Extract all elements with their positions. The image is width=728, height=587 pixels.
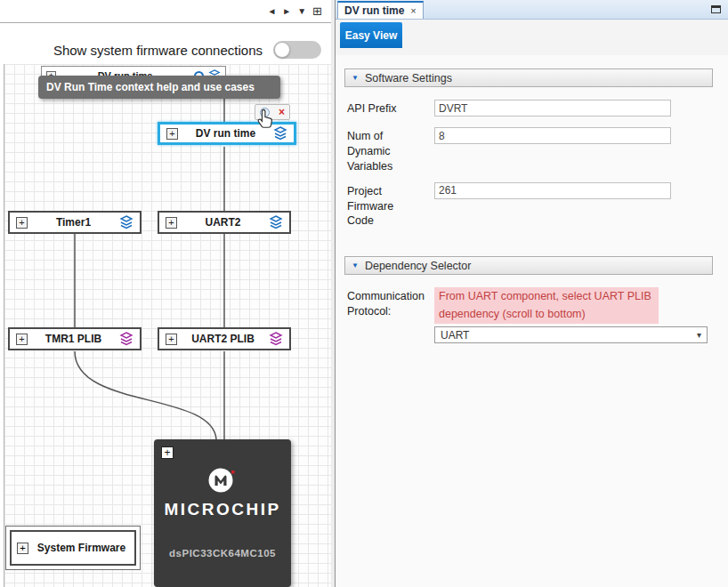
tab-easy-view[interactable]: Easy View <box>340 22 402 48</box>
field-label: Communication Protocol: <box>347 287 434 319</box>
node-label: UART2 <box>182 216 263 229</box>
api-prefix-input[interactable] <box>434 100 671 117</box>
node-tmr1-plib[interactable]: + TMR1 PLIB <box>8 327 142 350</box>
tab-close-icon[interactable]: × <box>410 6 416 16</box>
expand-icon[interactable]: + <box>166 128 178 140</box>
node-label: Timer1 <box>33 216 114 229</box>
node-system-firmware[interactable]: + System Firmware <box>5 526 141 570</box>
show-connections-toggle[interactable] <box>273 41 321 59</box>
section-title: Dependency Selector <box>365 260 472 272</box>
node-uart2-plib[interactable]: + UART2 PLIB <box>158 327 291 350</box>
node-dv-run-time[interactable]: + DV run time <box>158 122 296 145</box>
layers-icon <box>273 126 287 141</box>
collapse-icon: ▼ <box>352 75 359 82</box>
resource-canvas-pane: ◄ ► ▼ ⊞ Show system firmware connections <box>0 0 331 587</box>
section-title: Software Settings <box>365 72 452 84</box>
field-project-firmware-code: Project Firmware Code <box>347 182 713 229</box>
mcc-window: ◄ ► ▼ ⊞ Show system firmware connections <box>0 0 728 587</box>
configuration-panel: DV run time × Easy View ▼ Software Setti… <box>336 0 728 587</box>
field-num-dynamic-variables: Num of Dynamic Variables <box>347 127 713 174</box>
collapse-icon: ▼ <box>352 262 359 269</box>
panel-tab-bar: DV run time × <box>336 0 728 20</box>
chip-part-number: dsPIC33CK64MC105 <box>169 548 276 559</box>
diagram-canvas[interactable]: + DV run time DV Run Time context help a… <box>4 64 331 587</box>
nav-forward-icon[interactable]: ► <box>282 7 291 16</box>
expand-icon[interactable]: + <box>17 543 28 554</box>
layers-icon <box>269 215 283 229</box>
layers-icon <box>119 332 133 346</box>
context-help-tooltip: DV Run Time context help and use cases <box>38 76 280 99</box>
dropdown-icon[interactable]: ▼ <box>297 7 306 16</box>
dependency-note: From UART component, select UART PLIB de… <box>434 287 659 324</box>
field-label-text: Num of Dynamic Variables <box>347 129 422 174</box>
panel-content: ▼ Software Settings API Prefix Num of Dy… <box>336 55 728 343</box>
tab-title: DV run time <box>344 4 404 17</box>
node-mcu-chip[interactable]: + MICROCHIP dsPIC33CK64MC105 <box>154 439 291 587</box>
node-timer1[interactable]: + Timer1 <box>8 211 142 234</box>
show-connections-row: Show system firmware connections <box>4 36 327 64</box>
layers-icon <box>269 332 283 346</box>
chip-brand-text: MICROCHIP <box>164 500 280 519</box>
expand-icon[interactable]: + <box>166 334 177 345</box>
field-label: API Prefix <box>347 100 434 117</box>
tab-dv-run-time[interactable]: DV run time × <box>337 1 424 19</box>
show-connections-label: Show system firmware connections <box>53 43 263 58</box>
expand-icon[interactable]: + <box>161 446 174 459</box>
project-firmware-code-input[interactable] <box>434 182 671 199</box>
node-label: DV run time <box>183 127 268 140</box>
node-label: System Firmware <box>34 542 129 554</box>
toggle-knob <box>274 42 290 58</box>
field-label: Project Firmware Code <box>347 182 434 229</box>
remove-node-icon[interactable]: × <box>279 107 285 117</box>
grid-view-icon[interactable]: ⊞ <box>312 5 322 17</box>
canvas-toolbar: ◄ ► ▼ ⊞ <box>0 0 331 23</box>
nav-back-icon[interactable]: ◄ <box>267 7 276 16</box>
field-api-prefix: API Prefix <box>347 100 713 117</box>
node-label: TMR1 PLIB <box>33 333 114 345</box>
field-label: Num of Dynamic Variables <box>347 127 434 174</box>
field-label-text: Project Firmware Code <box>347 184 422 229</box>
node-label: UART2 PLIB <box>182 333 263 345</box>
microchip-logo-icon <box>207 466 238 495</box>
restore-window-icon[interactable] <box>711 5 721 13</box>
field-label-text: Communication Protocol: <box>347 289 422 319</box>
section-dependency-selector[interactable]: ▼ Dependency Selector <box>344 256 713 275</box>
num-dynamic-variables-input[interactable] <box>434 127 671 144</box>
field-communication-protocol: Communication Protocol: From UART compon… <box>347 287 713 343</box>
mouse-hand-cursor <box>257 109 274 130</box>
expand-icon[interactable]: + <box>16 334 28 345</box>
expand-icon[interactable]: + <box>166 217 177 229</box>
expand-icon[interactable]: + <box>16 217 28 229</box>
layers-icon <box>119 215 133 229</box>
chevron-down-icon: ▾ <box>697 330 701 340</box>
node-uart2[interactable]: + UART2 <box>158 211 291 234</box>
section-software-settings[interactable]: ▼ Software Settings <box>344 68 713 87</box>
field-label-text: API Prefix <box>347 101 422 117</box>
dependency-controls: From UART component, select UART PLIB de… <box>434 287 708 343</box>
view-tab-row: Easy View <box>336 20 728 55</box>
select-value: UART <box>441 329 469 342</box>
communication-protocol-select[interactable]: UART ▾ <box>434 326 708 343</box>
system-firmware-inner: + System Firmware <box>10 530 136 566</box>
